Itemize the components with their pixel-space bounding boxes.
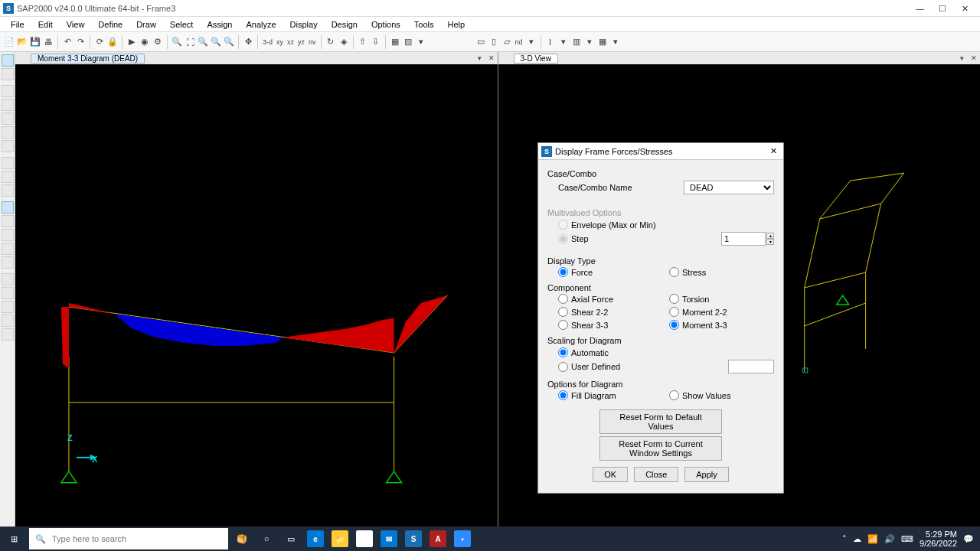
close-button[interactable]: ✕ xyxy=(962,4,971,13)
zoom-out-icon[interactable]: 🔍 xyxy=(210,36,222,48)
fill-radio[interactable] xyxy=(558,390,568,400)
view-xy-button[interactable]: xy xyxy=(275,38,285,46)
snap-extra-tool[interactable] xyxy=(2,328,14,341)
close-dialog-button[interactable]: Close xyxy=(634,467,678,482)
zoom-extents-icon[interactable]: ⛶ xyxy=(184,36,196,48)
dropdown-2-icon[interactable]: ▾ xyxy=(583,36,596,48)
view-xz-button[interactable]: xz xyxy=(286,38,296,46)
left-view-tab[interactable]: Moment 3-3 Diagram (DEAD) xyxy=(31,54,145,64)
menu-options[interactable]: Options xyxy=(365,18,407,31)
select-dropdown-icon[interactable]: ▾ xyxy=(525,36,537,48)
tray-cloud-icon[interactable]: ☁ xyxy=(853,534,861,544)
menu-help[interactable]: Help xyxy=(442,18,472,31)
shear33-radio[interactable] xyxy=(558,320,568,330)
menu-assign[interactable]: Assign xyxy=(201,18,238,31)
force-radio[interactable] xyxy=(558,267,568,277)
draw-frame-tool[interactable] xyxy=(2,85,14,97)
grid-layout-icon[interactable]: ▦ xyxy=(596,36,609,48)
edge-icon[interactable]: e xyxy=(305,528,326,549)
draw-quick-tool[interactable] xyxy=(2,112,14,125)
menu-define[interactable]: Define xyxy=(92,18,129,31)
right-view-dropdown-icon[interactable]: ▾ xyxy=(960,54,968,62)
snap-edge-tool[interactable] xyxy=(2,287,14,299)
text-tool-icon[interactable]: I xyxy=(544,36,557,48)
step-down-button[interactable]: ▾ xyxy=(766,239,774,245)
zoom-app-icon[interactable]: ▪ xyxy=(452,528,473,549)
tray-notifications-icon[interactable]: 💬 xyxy=(963,534,974,544)
view-3d-button[interactable]: 3-d xyxy=(261,38,274,46)
menu-display[interactable]: Display xyxy=(284,18,324,31)
taskbar-search[interactable]: 🔍 Type here to search xyxy=(29,528,228,549)
pointer-tool[interactable] xyxy=(2,54,14,67)
start-button[interactable]: ⊞ xyxy=(0,527,28,551)
draw-quick-area-tool[interactable] xyxy=(2,184,14,197)
draw-line-tool[interactable] xyxy=(2,99,14,111)
step-input[interactable] xyxy=(721,232,766,246)
rotate-icon[interactable]: ↻ xyxy=(325,36,337,48)
left-view-dropdown-icon[interactable]: ▾ xyxy=(478,54,485,62)
dropdown-1-icon[interactable]: ▾ xyxy=(557,36,570,48)
options-icon[interactable]: ⚙ xyxy=(152,36,164,48)
draw-brace-tool[interactable] xyxy=(2,126,14,139)
perspective-icon[interactable]: ◈ xyxy=(338,36,350,48)
draw-secondary-tool[interactable] xyxy=(2,140,14,152)
left-canvas[interactable]: Z X xyxy=(15,64,498,527)
moment33-radio[interactable] xyxy=(669,320,679,330)
object-display-icon[interactable]: ▾ xyxy=(415,36,427,48)
snap-intersect-tool[interactable] xyxy=(2,243,14,255)
automatic-radio[interactable] xyxy=(558,347,568,357)
stress-radio[interactable] xyxy=(669,267,679,277)
autocad-icon[interactable]: A xyxy=(427,528,449,549)
explorer-icon[interactable]: 📁 xyxy=(329,528,351,549)
show-grid-icon[interactable]: ▦ xyxy=(389,36,401,48)
tray-volume-icon[interactable]: 🔊 xyxy=(884,534,895,544)
pointer-icon[interactable]: ▭ xyxy=(475,36,487,48)
menu-select[interactable]: Select xyxy=(164,18,200,31)
menu-tools[interactable]: Tools xyxy=(408,18,440,31)
layout-icon[interactable]: ▥ xyxy=(570,36,583,48)
zoom-in-icon[interactable]: 🔍 xyxy=(197,36,209,48)
cortana-icon[interactable]: ○ xyxy=(256,528,277,549)
refresh-icon[interactable]: ⟳ xyxy=(93,36,106,48)
reset-default-button[interactable]: Reset Form to Default Values xyxy=(599,409,722,434)
reshape-tool[interactable] xyxy=(2,68,14,80)
named-select-button[interactable]: nd xyxy=(514,38,524,46)
task-view-icon[interactable]: ▭ xyxy=(280,528,302,549)
analysis-icon[interactable]: ◉ xyxy=(139,36,151,48)
view-nv-button[interactable]: nv xyxy=(307,38,318,46)
weather-icon[interactable]: 🥞 xyxy=(231,528,253,549)
show-values-radio[interactable] xyxy=(669,390,679,400)
poly-select-icon[interactable]: ▱ xyxy=(501,36,513,48)
run-icon[interactable]: ▶ xyxy=(126,36,138,48)
menu-file[interactable]: File xyxy=(5,18,31,31)
print-icon[interactable]: 🖶 xyxy=(42,36,54,48)
right-view-close-icon[interactable]: ✕ xyxy=(971,54,978,62)
menu-view[interactable]: View xyxy=(60,18,91,31)
draw-area-tool[interactable] xyxy=(2,157,14,169)
view-yz-button[interactable]: yz xyxy=(296,38,306,46)
moment22-radio[interactable] xyxy=(669,307,679,317)
minimize-button[interactable]: — xyxy=(916,4,925,13)
dropdown-3-icon[interactable]: ▾ xyxy=(609,36,622,48)
show-axes-icon[interactable]: ▨ xyxy=(402,36,414,48)
menu-edit[interactable]: Edit xyxy=(32,18,59,31)
maximize-button[interactable]: ☐ xyxy=(939,4,948,13)
shear22-radio[interactable] xyxy=(558,307,568,317)
user-defined-radio[interactable] xyxy=(558,362,568,372)
snap-line-tool[interactable] xyxy=(2,273,14,285)
step-up-button[interactable]: ▴ xyxy=(766,233,774,239)
tray-lang-icon[interactable]: ⌨ xyxy=(901,534,913,544)
down-icon[interactable]: ⇩ xyxy=(370,36,382,48)
window-select-icon[interactable]: ▯ xyxy=(488,36,500,48)
mail-icon[interactable]: ✉ xyxy=(378,528,400,549)
undo-icon[interactable]: ↶ xyxy=(61,36,74,48)
new-icon[interactable]: 📄 xyxy=(3,36,15,48)
case-combo-select[interactable]: DEAD xyxy=(684,181,774,194)
snap-mid-tool[interactable] xyxy=(2,215,14,227)
store-icon[interactable]: 🛍 xyxy=(354,528,375,549)
ok-button[interactable]: OK xyxy=(593,467,628,482)
save-icon[interactable]: 💾 xyxy=(29,36,41,48)
apply-button[interactable]: Apply xyxy=(684,467,729,482)
zoom-previous-icon[interactable]: 🔍 xyxy=(223,36,235,48)
draw-rect-tool[interactable] xyxy=(2,171,14,183)
